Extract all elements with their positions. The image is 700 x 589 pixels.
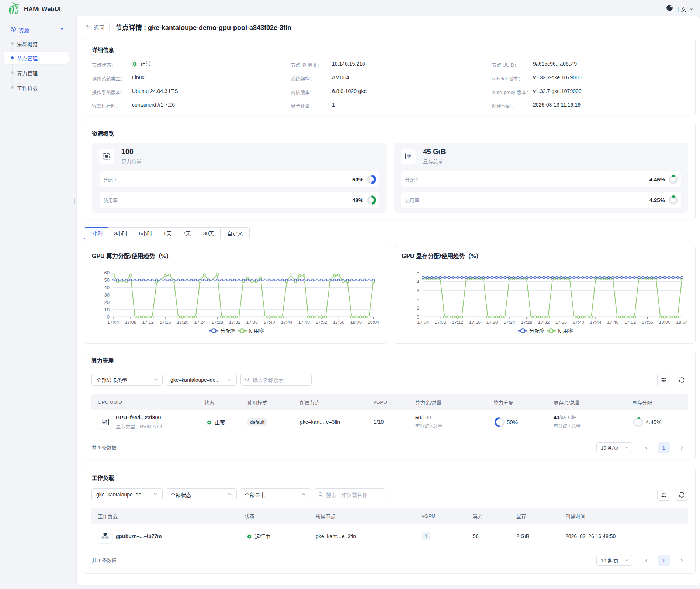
svg-text:17:44: 17:44: [281, 320, 292, 325]
svg-text:60: 60: [104, 270, 110, 276]
svg-text:17:36: 17:36: [246, 320, 258, 325]
svg-text:0: 0: [417, 314, 419, 320]
svg-text:17:52: 17:52: [624, 320, 636, 325]
svg-text:17:20: 17:20: [486, 320, 498, 325]
svg-text:20: 20: [104, 299, 110, 305]
svg-text:17:16: 17:16: [159, 320, 171, 325]
svg-text:17:32: 17:32: [229, 320, 240, 325]
svg-text:17:24: 17:24: [503, 320, 515, 325]
svg-text:10: 10: [104, 307, 110, 312]
svg-text:3: 3: [417, 288, 419, 293]
svg-text:30: 30: [104, 292, 110, 298]
svg-text:17:48: 17:48: [298, 320, 310, 325]
svg-text:使用率: 使用率: [558, 328, 573, 334]
svg-text:17:04: 17:04: [107, 320, 119, 325]
svg-text:17:48: 17:48: [607, 320, 618, 325]
svg-text:17:56: 17:56: [333, 320, 344, 325]
svg-text:17:20: 17:20: [177, 320, 188, 325]
svg-text:40: 40: [104, 285, 110, 290]
svg-text:17:28: 17:28: [521, 320, 532, 325]
svg-text:17:08: 17:08: [434, 320, 446, 325]
svg-text:18:00: 18:00: [350, 320, 362, 325]
svg-text:17:32: 17:32: [538, 320, 550, 325]
svg-text:17:44: 17:44: [590, 320, 601, 325]
svg-text:4: 4: [417, 279, 419, 284]
svg-text:0: 0: [107, 314, 110, 320]
svg-text:17:08: 17:08: [125, 320, 136, 325]
svg-text:17:28: 17:28: [212, 320, 223, 325]
svg-text:17:04: 17:04: [417, 320, 429, 325]
svg-text:17:56: 17:56: [642, 320, 653, 325]
svg-text:17:12: 17:12: [452, 320, 463, 325]
svg-text:2: 2: [417, 297, 419, 302]
svg-text:18:00: 18:00: [659, 320, 670, 325]
svg-text:分配率: 分配率: [529, 328, 545, 334]
svg-text:17:36: 17:36: [555, 320, 567, 325]
svg-text:1: 1: [417, 305, 419, 311]
svg-text:5: 5: [417, 270, 419, 276]
svg-text:18:04: 18:04: [368, 320, 379, 325]
svg-text:18:04: 18:04: [676, 320, 687, 325]
svg-text:17:40: 17:40: [573, 320, 584, 325]
svg-text:17:40: 17:40: [264, 320, 275, 325]
svg-text:17:16: 17:16: [469, 320, 481, 325]
svg-text:分配率: 分配率: [220, 328, 236, 334]
svg-text:使用率: 使用率: [249, 328, 264, 334]
svg-text:17:24: 17:24: [194, 320, 205, 325]
svg-text:17:52: 17:52: [316, 320, 327, 325]
svg-text:50: 50: [104, 277, 110, 283]
svg-text:17:12: 17:12: [142, 320, 153, 325]
